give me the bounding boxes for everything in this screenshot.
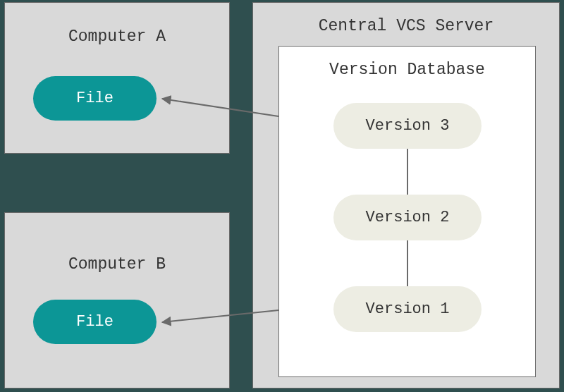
computer-b-title: Computer B [5, 255, 229, 274]
computer-a-file-pill: File [33, 76, 157, 121]
version-3-pill: Version 3 [333, 103, 482, 149]
version-database-title: Version Database [279, 61, 535, 79]
computer-a-file-label: File [76, 90, 114, 107]
version-1-label: Version 1 [366, 300, 450, 318]
computer-a-title: Computer A [5, 27, 229, 46]
version-2-label: Version 2 [366, 209, 450, 226]
server-title: Central VCS Server [253, 17, 559, 35]
version-1-pill: Version 1 [333, 286, 482, 332]
version-database-panel: Version Database Version 3 Version 2 Ver… [278, 46, 536, 377]
computer-b-file-pill: File [33, 300, 157, 344]
connector-v2-v1 [407, 240, 408, 286]
version-3-label: Version 3 [366, 117, 450, 135]
diagram-stage: Computer A File Computer B File Central … [0, 0, 564, 392]
connector-v3-v2 [407, 149, 408, 195]
version-2-pill: Version 2 [333, 195, 482, 240]
computer-b-file-label: File [76, 313, 114, 331]
